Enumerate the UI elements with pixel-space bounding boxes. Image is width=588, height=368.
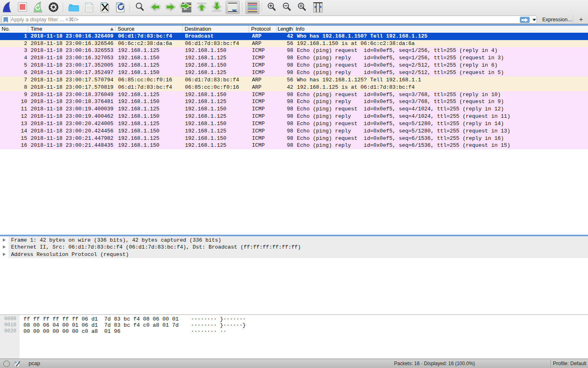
svg-text:011101: 011101 xyxy=(87,9,93,11)
